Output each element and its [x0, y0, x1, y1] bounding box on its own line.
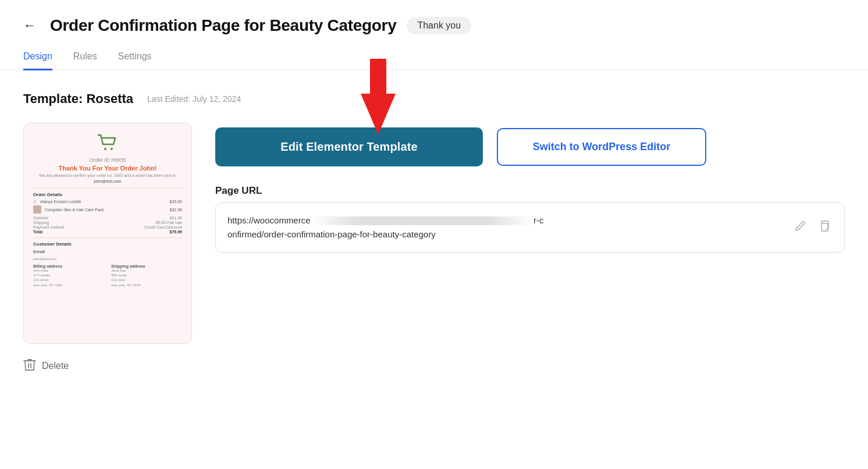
preview-shipping-title: Shipping address [111, 264, 182, 268]
preview-subtitle: We are pleased to confirm your order no.… [33, 173, 182, 179]
preview-item-name-1: Alanya Erosion Loofah [40, 200, 166, 204]
url-second-line: onfirmed/order-confirmation-page-for-bea… [227, 229, 436, 239]
url-end: r-c [533, 215, 544, 225]
delete-row[interactable]: Delete [23, 358, 845, 375]
copy-url-button[interactable] [815, 217, 833, 237]
preview-item-price-1: $29.00 [170, 200, 182, 204]
preview-subtotal: Subtotal$61.99 [33, 216, 182, 220]
preview-shipping: Shipping$5.00 Flat rate [33, 221, 182, 225]
page-title: Order Confirmation Page for Beauty Categ… [50, 16, 396, 35]
template-preview-card: Order ID #9935 Thank You For Your Order … [23, 123, 192, 344]
preview-billing-col: Billing address John Doe 27 Franklin 123… [33, 264, 104, 288]
url-text: https://woocommerce r-c onfirmed/order-c… [227, 214, 785, 241]
preview-shipping-line-2: 456 street [111, 273, 182, 278]
preview-billing-line-3: 123 street [33, 278, 104, 282]
svg-point-1 [111, 148, 113, 150]
preview-billing-line-1: John Doe [33, 268, 104, 273]
url-start: https://woocommerce [227, 215, 311, 225]
pencil-icon [794, 219, 807, 232]
preview-order-details-title: Order Details [33, 192, 182, 197]
preview-email: john@test.com [33, 179, 182, 183]
cart-icon [97, 134, 118, 151]
preview-billing-title: Billing address [33, 264, 104, 268]
url-box: https://woocommerce r-c onfirmed/order-c… [215, 202, 845, 253]
preview-customer-title: Customer Details [33, 241, 182, 247]
preview-shipping-col: Shipping address Jane Doe 456 street Cit… [111, 264, 182, 288]
trash-icon [23, 358, 36, 375]
delete-label: Delete [42, 361, 69, 371]
svg-rect-4 [821, 223, 828, 231]
url-blurred [311, 216, 533, 225]
template-title: Template: Rosetta [23, 91, 133, 106]
preview-item-1: Alanya Erosion Loofah $29.00 [33, 200, 182, 204]
preview-customer-email: john@test.com [33, 257, 182, 261]
preview-divider-1 [33, 188, 182, 189]
preview-payment: Payment methodCredit Card Discount [33, 225, 182, 229]
main-content: Template: Rosetta Last Edited: July 12, … [0, 70, 868, 386]
url-actions [792, 217, 833, 237]
back-button[interactable]: ← [23, 18, 40, 33]
item-dot-1 [33, 200, 37, 204]
tab-rules[interactable]: Rules [73, 45, 97, 70]
page-header: ← Order Confirmation Page for Beauty Cat… [0, 0, 868, 45]
item-img-2 [33, 205, 41, 214]
preview-email-label: Email [33, 249, 182, 254]
status-badge: Thank you [407, 17, 471, 34]
preview-address-cols: Billing address John Doe 27 Franklin 123… [33, 264, 182, 288]
template-row: Template: Rosetta Last Edited: July 12, … [23, 91, 845, 106]
svg-point-0 [104, 148, 106, 150]
preview-shipping-line-4: new york, NY 4444 [111, 283, 182, 287]
preview-shipping-line-3: City town [111, 278, 182, 282]
preview-customer: Customer Details Email john@test.com Bil… [33, 241, 182, 287]
tab-design[interactable]: Design [23, 45, 52, 70]
right-panel: Edit Elementor Template Switch to WordPr… [215, 123, 845, 253]
preview-item-price-2: $32.99 [170, 208, 182, 212]
preview-divider-2 [33, 237, 182, 238]
preview-shipping-line-1: Jane Doe [111, 268, 182, 273]
preview-billing-line-2: 27 Franklin [33, 273, 104, 278]
switch-wordpress-button[interactable]: Switch to WordPress Editor [497, 128, 706, 166]
last-edited: Last Edited: July 12, 2024 [147, 94, 241, 104]
body-layout: Order ID #9935 Thank You For Your Order … [23, 123, 845, 344]
page-url-section: Page URL https://woocommerce r-c onfirme… [215, 185, 845, 253]
preview-billing-line-4: new york, NY 1001 [33, 283, 104, 287]
cart-icon-container [33, 134, 182, 154]
copy-icon [817, 219, 830, 232]
edit-url-button[interactable] [792, 217, 809, 237]
preview-totals: Subtotal$61.99 Shipping$5.00 Flat rate P… [33, 216, 182, 234]
preview-item-2: Complete Skin & Hair Care Pack $32.99 [33, 205, 182, 214]
edit-elementor-button[interactable]: Edit Elementor Template [215, 127, 483, 166]
preview-order-id: Order ID #9935 [33, 157, 182, 163]
buttons-row: Edit Elementor Template Switch to WordPr… [215, 127, 845, 166]
preview-item-name-2: Complete Skin & Hair Care Pack [45, 208, 166, 212]
page-url-label: Page URL [215, 185, 845, 197]
preview-thank-you: Thank You For Your Order John! [33, 165, 182, 172]
tabs-bar: Design Rules Settings [0, 45, 868, 70]
preview-grand-total: Total$79.99 [33, 230, 182, 234]
tab-settings[interactable]: Settings [118, 45, 152, 70]
